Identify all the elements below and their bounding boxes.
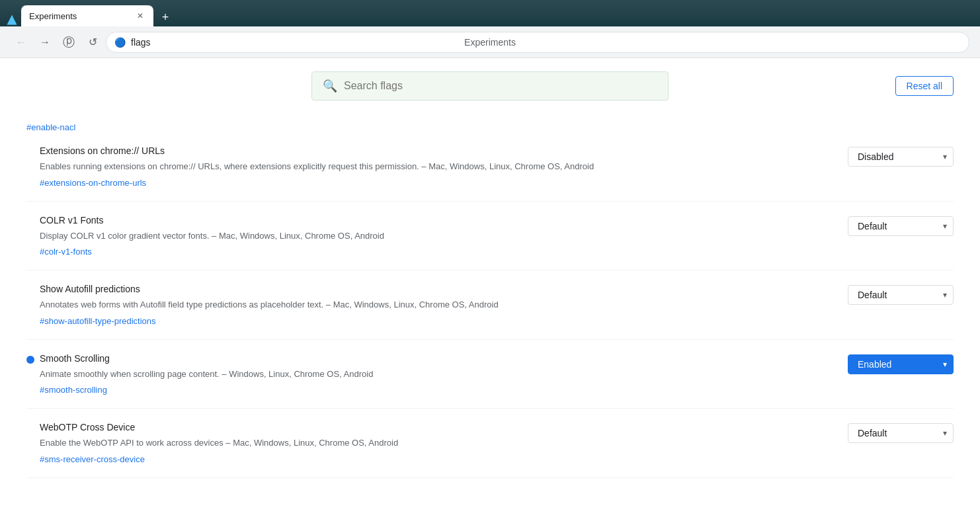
flag-select[interactable]: DefaultEnabledDisabled [848,216,954,236]
flag-select[interactable]: DefaultEnabledDisabled [848,147,954,167]
flag-control: DefaultEnabledDisabled [848,216,954,236]
reload-button[interactable]: ↺ [82,32,103,53]
flag-enabled-indicator [26,356,34,364]
flag-select[interactable]: DefaultEnabledDisabled [848,423,954,443]
svg-marker-0 [7,15,17,25]
flag-anchor-link[interactable]: #colr-v1-fonts [40,247,92,257]
flag-content: Extensions on chrome:// URLsEnables runn… [40,145,821,188]
flag-description: Display COLR v1 color gradient vector fo… [40,229,821,243]
flag-description: Enable the WebOTP API to work across dev… [40,436,821,450]
flag-anchor-link[interactable]: #show-autofill-type-predictions [40,316,156,326]
flag-name: Extensions on chrome:// URLs [40,145,821,156]
top-anchor-area: #enable-nacl [0,114,980,132]
enable-nacl-anchor[interactable]: #enable-nacl [26,122,75,132]
flag-select-wrapper: DefaultEnabledDisabled [848,285,954,305]
flag-select-wrapper: DefaultEnabledDisabled [848,423,954,443]
flag-select-wrapper: DefaultEnabledDisabled [848,216,954,236]
tab-close-button[interactable]: ✕ [135,11,145,21]
tab-bar: Experiments ✕ + [5,0,175,26]
search-icon: 🔍 [323,79,337,93]
forward-button[interactable]: → [34,32,56,53]
flag-select[interactable]: DefaultEnabledDisabled [848,354,954,374]
tab-label: Experiments [29,11,77,21]
user-button[interactable]: ⓟ [58,32,79,53]
browser-titlebar: Experiments ✕ + [0,0,980,26]
flag-name: Show Autofill predictions [40,284,821,294]
experiments-tab[interactable]: Experiments ✕ [21,5,153,26]
flag-item: Smooth ScrollingAnimate smoothly when sc… [26,340,954,409]
flag-description: Animate smoothly when scrolling page con… [40,368,821,381]
flags-list: Extensions on chrome:// URLsEnables runn… [0,132,980,478]
flag-description: Enables running extensions on chrome:// … [40,160,821,173]
search-input[interactable] [344,80,657,92]
flag-item: Extensions on chrome:// URLsEnables runn… [26,132,954,202]
address-text: flags [131,37,961,48]
search-area: 🔍 Reset all [0,58,980,114]
back-button[interactable]: ← [11,32,32,53]
flag-name: COLR v1 Fonts [40,215,821,225]
navigation-bar: ← → ⓟ ↺ 🔵 flags Experiments [0,26,980,58]
flag-item: COLR v1 FontsDisplay COLR v1 color gradi… [26,202,954,271]
reset-all-button[interactable]: Reset all [895,76,954,96]
flag-select-wrapper: DefaultEnabledDisabled [848,147,954,167]
flag-content: COLR v1 FontsDisplay COLR v1 color gradi… [40,215,821,257]
flag-content: WebOTP Cross DeviceEnable the WebOTP API… [40,422,821,464]
address-secure-icon: 🔵 [114,37,126,48]
flag-control: DefaultEnabledDisabled [848,354,954,374]
flag-content: Show Autofill predictionsAnnotates web f… [40,284,821,326]
flag-control: DefaultEnabledDisabled [848,147,954,167]
flag-select[interactable]: DefaultEnabledDisabled [848,285,954,305]
flag-anchor-link[interactable]: #sms-receiver-cross-device [40,454,145,464]
flag-item: WebOTP Cross DeviceEnable the WebOTP API… [26,409,954,478]
address-bar[interactable]: 🔵 flags [106,32,969,53]
new-tab-button[interactable]: + [156,8,175,26]
flag-anchor-link[interactable]: #smooth-scrolling [40,385,107,395]
search-box: 🔍 [311,71,669,101]
flag-select-wrapper: DefaultEnabledDisabled [848,354,954,374]
page-title: Experiments [464,37,516,48]
flag-name: Smooth Scrolling [40,353,821,364]
flag-control: DefaultEnabledDisabled [848,285,954,305]
flag-description: Annotates web forms with Autofill field … [40,298,821,311]
main-content: 🔍 Reset all #enable-nacl Extensions on c… [0,58,980,531]
flag-item: Show Autofill predictionsAnnotates web f… [26,270,954,340]
flag-name: WebOTP Cross Device [40,422,821,432]
flag-control: DefaultEnabledDisabled [848,423,954,443]
flag-content: Smooth ScrollingAnimate smoothly when sc… [40,353,821,395]
flag-anchor-link[interactable]: #extensions-on-chrome-urls [40,178,146,188]
